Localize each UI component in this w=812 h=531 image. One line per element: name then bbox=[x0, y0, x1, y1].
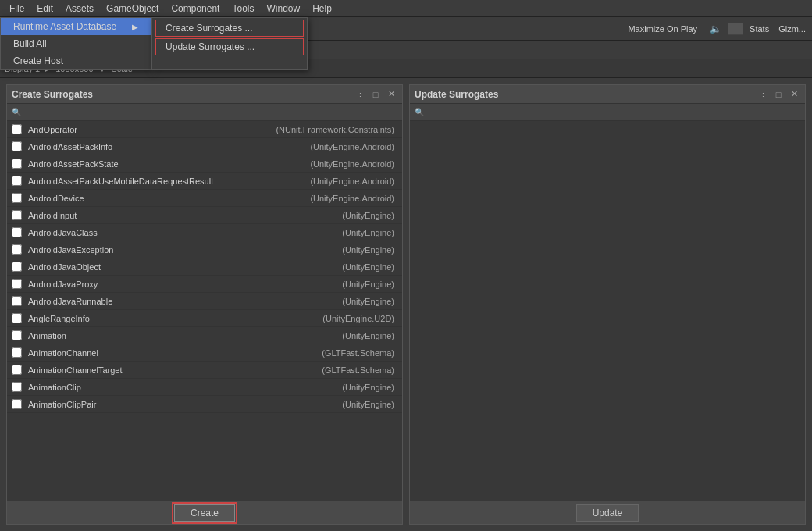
item-checkbox[interactable] bbox=[12, 382, 22, 392]
menu-edit[interactable]: Edit bbox=[30, 2, 59, 16]
item-namespace: (NUnit.Framework.Constraints) bbox=[276, 125, 397, 134]
list-item: AndroidJavaClass (UnityEngine) bbox=[7, 224, 402, 241]
create-host-label: Create Host bbox=[13, 55, 63, 66]
runtime-submenu: Create Surrogates ... Update Surrogates … bbox=[151, 17, 308, 70]
menu-gameobject[interactable]: GameObject bbox=[100, 2, 165, 16]
create-panel-search: 🔍 bbox=[7, 104, 402, 121]
create-panel-menu-btn[interactable]: ⋮ bbox=[354, 88, 366, 101]
item-name: AndroidInput bbox=[28, 211, 342, 220]
list-item: AndroidJavaRunnable (UnityEngine) bbox=[7, 293, 402, 310]
menu-bar: File Edit Assets GameObject Component To… bbox=[0, 0, 812, 17]
item-checkbox[interactable] bbox=[12, 279, 22, 289]
item-namespace: (UnityEngine) bbox=[342, 400, 397, 409]
item-name: AnimationClipPair bbox=[28, 400, 342, 409]
main-area: Create Surrogates ⋮ □ ✕ 🔍 AndOperator (N… bbox=[0, 78, 812, 531]
create-button[interactable]: Create bbox=[174, 504, 235, 522]
list-item: Animation (UnityEngine) bbox=[7, 327, 402, 344]
create-panel-list: AndOperator (NUnit.Framework.Constraints… bbox=[7, 121, 402, 501]
item-checkbox[interactable] bbox=[12, 296, 22, 306]
item-name: AnimationChannelTarget bbox=[28, 365, 322, 375]
speaker-icon[interactable]: 🔈 bbox=[707, 23, 725, 34]
item-namespace: (UnityEngine.Android) bbox=[310, 159, 397, 169]
item-namespace: (UnityEngine) bbox=[342, 331, 397, 340]
item-checkbox[interactable] bbox=[12, 193, 22, 203]
list-item: AnimationChannel (GLTFast.Schema) bbox=[7, 344, 402, 362]
update-button[interactable]: Update bbox=[576, 504, 639, 522]
item-name: AndroidJavaObject bbox=[28, 262, 342, 272]
item-namespace: (UnityEngine.Android) bbox=[310, 176, 397, 186]
create-surrogates-label: Create Surrogates ... bbox=[166, 23, 252, 34]
item-checkbox[interactable] bbox=[12, 227, 22, 237]
item-namespace: (UnityEngine) bbox=[342, 228, 397, 237]
item-namespace: (UnityEngine.Android) bbox=[310, 194, 397, 203]
item-checkbox[interactable] bbox=[12, 399, 22, 409]
create-surrogates-panel: Create Surrogates ⋮ □ ✕ 🔍 AndOperator (N… bbox=[6, 84, 403, 525]
item-name: AndroidDevice bbox=[28, 194, 310, 203]
menu-tools[interactable]: Tools bbox=[226, 2, 260, 16]
list-item: AnimationClipPair (UnityEngine) bbox=[7, 396, 402, 413]
menu-assets[interactable]: Assets bbox=[59, 2, 100, 16]
update-panel-menu-btn[interactable]: ⋮ bbox=[757, 88, 769, 101]
menu-help[interactable]: Help bbox=[306, 2, 338, 16]
update-panel-header: Update Surrogates ⋮ □ ✕ bbox=[410, 85, 805, 104]
item-namespace: (GLTFast.Schema) bbox=[322, 365, 397, 375]
list-item: AndroidAssetPackState (UnityEngine.Andro… bbox=[7, 155, 402, 173]
maximize-label: Maximize On Play bbox=[628, 24, 703, 34]
menu-component[interactable]: Component bbox=[165, 2, 226, 16]
list-item: AnimationClip (UnityEngine) bbox=[7, 379, 402, 396]
menu-runtime-asset-db[interactable]: Runtime Asset Database ▶ bbox=[1, 18, 151, 35]
list-item: AndroidJavaProxy (UnityEngine) bbox=[7, 276, 402, 293]
item-name: AndroidAssetPackState bbox=[28, 159, 310, 169]
update-panel-maximize-btn[interactable]: □ bbox=[772, 88, 785, 101]
audio-icon bbox=[728, 23, 743, 35]
item-namespace: (GLTFast.Schema) bbox=[322, 348, 397, 358]
stats-label[interactable]: Stats bbox=[746, 24, 772, 34]
item-name: AnimationChannel bbox=[28, 348, 322, 358]
list-item: AnimationChannelTarget (GLTFast.Schema) bbox=[7, 362, 402, 379]
item-checkbox[interactable] bbox=[12, 330, 22, 340]
menu-create-host[interactable]: Create Host bbox=[1, 52, 151, 69]
menu-window[interactable]: Window bbox=[260, 2, 306, 16]
submenu-create-surrogates[interactable]: Create Surrogates ... bbox=[155, 20, 304, 37]
item-namespace: (UnityEngine) bbox=[342, 280, 397, 289]
item-namespace: (UnityEngine) bbox=[342, 245, 397, 255]
item-name: AndroidAssetPackUseMobileDataRequestResu… bbox=[28, 176, 310, 186]
dropdown-overlay: Runtime Asset Database ▶ Build All Creat… bbox=[0, 17, 308, 70]
item-checkbox[interactable] bbox=[12, 347, 22, 358]
item-checkbox[interactable] bbox=[12, 141, 22, 151]
update-panel-list bbox=[410, 121, 805, 501]
create-panel-close-btn[interactable]: ✕ bbox=[385, 88, 397, 101]
update-panel-footer: Update bbox=[410, 501, 805, 524]
update-search-input[interactable] bbox=[427, 108, 800, 117]
list-item: AndroidAssetPackUseMobileDataRequestResu… bbox=[7, 173, 402, 190]
item-name: AndroidJavaRunnable bbox=[28, 297, 342, 306]
gizmos-label[interactable]: Gizm... bbox=[775, 24, 809, 34]
item-checkbox[interactable] bbox=[12, 176, 22, 186]
submenu-update-surrogates[interactable]: Update Surrogates ... bbox=[155, 38, 304, 55]
item-checkbox[interactable] bbox=[12, 244, 22, 255]
create-search-input[interactable] bbox=[24, 108, 397, 117]
menu-file[interactable]: File bbox=[3, 2, 30, 16]
item-checkbox[interactable] bbox=[12, 313, 22, 323]
item-name: Animation bbox=[28, 331, 342, 340]
item-name: AndroidJavaClass bbox=[28, 228, 342, 237]
create-panel-controls: ⋮ □ ✕ bbox=[354, 88, 397, 101]
update-surrogates-label: Update Surrogates ... bbox=[166, 41, 255, 52]
list-item: AndroidInput (UnityEngine) bbox=[7, 207, 402, 224]
runtime-menu-title: Runtime Asset Database bbox=[13, 21, 116, 32]
menu-build-all[interactable]: Build All bbox=[1, 35, 151, 52]
item-checkbox[interactable] bbox=[12, 365, 22, 375]
item-checkbox[interactable] bbox=[12, 124, 22, 134]
item-namespace: (UnityEngine) bbox=[342, 297, 397, 306]
item-checkbox[interactable] bbox=[12, 262, 22, 272]
item-name: AndroidJavaProxy bbox=[28, 280, 342, 289]
create-panel-footer: Create bbox=[7, 501, 402, 524]
update-panel-close-btn[interactable]: ✕ bbox=[788, 88, 800, 101]
list-item: AndroidAssetPackInfo (UnityEngine.Androi… bbox=[7, 138, 402, 155]
item-checkbox[interactable] bbox=[12, 210, 22, 220]
item-name: AngleRangeInfo bbox=[28, 314, 322, 323]
item-namespace: (UnityEngine.U2D) bbox=[322, 314, 397, 323]
item-checkbox[interactable] bbox=[12, 159, 22, 169]
search-icon: 🔍 bbox=[12, 108, 21, 116]
create-panel-maximize-btn[interactable]: □ bbox=[369, 88, 382, 101]
